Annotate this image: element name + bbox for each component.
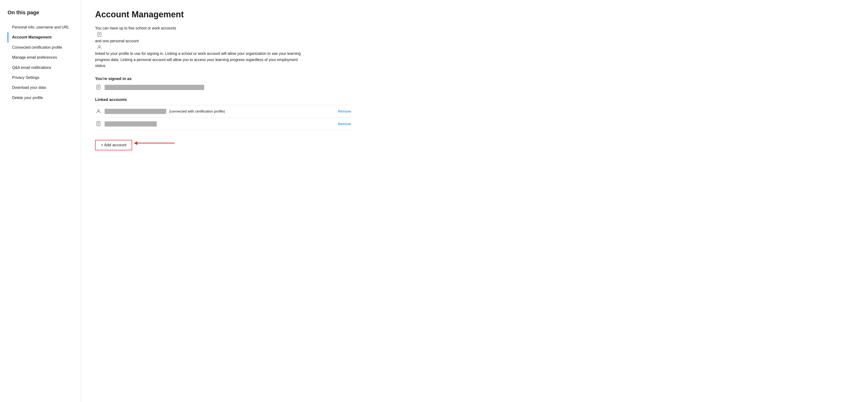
linked-work-icon [95, 121, 102, 127]
linked-accounts-label: Linked accounts [95, 97, 351, 102]
add-account-container: + Add account [95, 136, 351, 150]
main-content: Account Management You can have up to fi… [81, 0, 366, 402]
linked-account-redacted-2 [104, 121, 157, 126]
sidebar-item-qa-notifications[interactable]: Q&A email notifications [8, 63, 81, 73]
sidebar-item-delete-profile[interactable]: Delete your profile [8, 93, 81, 103]
linked-account-redacted-1 [104, 109, 166, 114]
sidebar-item-certification[interactable]: Connected certification profile [8, 42, 81, 53]
sidebar-item-download-data[interactable]: Download your data [8, 83, 81, 93]
personal-account-icon [96, 44, 103, 51]
signed-in-label: You're signed in as [95, 77, 351, 81]
signed-in-redacted [104, 85, 204, 90]
add-account-button[interactable]: + Add account [95, 140, 132, 150]
linked-account-name-1: (connected with certification profile) [104, 109, 335, 114]
cert-text: (connected with certification profile) [169, 109, 225, 113]
description-text: You can have up to five school or work a… [95, 25, 309, 69]
sidebar-item-privacy-settings[interactable]: Privacy Settings [8, 73, 81, 83]
sidebar-item-personal-info[interactable]: Personal info, username and URL [8, 22, 81, 32]
signed-in-work-icon [95, 84, 102, 91]
sidebar-item-email-preferences[interactable]: Manage email preferences [8, 53, 81, 62]
sidebar-heading: On this page [8, 9, 81, 16]
svg-point-9 [97, 110, 99, 111]
svg-point-4 [98, 45, 100, 47]
sidebar-item-account-management[interactable]: Account Management [8, 32, 81, 42]
linked-account-name-2 [104, 121, 335, 126]
signed-in-row [95, 84, 351, 91]
page-title: Account Management [95, 9, 351, 20]
arrow-annotation [137, 143, 175, 143]
linked-account-row-1: (connected with certification profile) R… [95, 105, 351, 118]
work-account-icon [96, 31, 103, 38]
arrow-line [137, 143, 175, 143]
remove-link-1[interactable]: Remove [338, 109, 351, 113]
linked-account-row-2: Remove [95, 118, 351, 131]
sidebar: On this page Personal info, username and… [0, 0, 81, 402]
remove-link-2[interactable]: Remove [338, 122, 351, 126]
linked-personal-icon [95, 108, 102, 115]
linked-accounts-section: (connected with certification profile) R… [95, 105, 351, 131]
